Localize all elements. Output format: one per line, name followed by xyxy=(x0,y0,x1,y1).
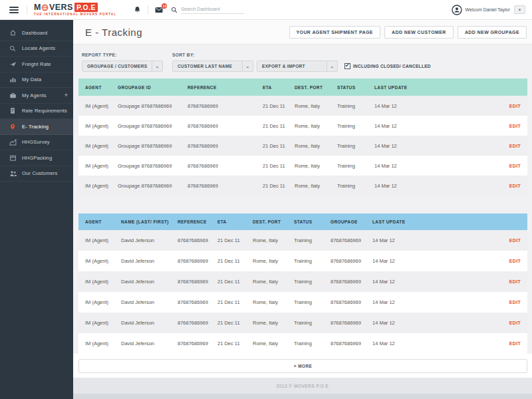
document-icon xyxy=(9,107,17,114)
column-header: LAST UPDATE xyxy=(374,85,494,90)
cell: Rome, Italy xyxy=(253,320,294,326)
edit-link[interactable]: EDIT xyxy=(509,259,521,263)
edit-link[interactable]: EDIT xyxy=(509,164,521,168)
user-menu-button[interactable]: ▼ xyxy=(514,5,525,14)
edit-link[interactable]: EDIT xyxy=(509,341,521,346)
sidebar-item-hhgsurvey[interactable]: HHGSurvey xyxy=(0,135,73,151)
cell: IM (Agent) xyxy=(85,183,118,189)
sidebar-item-dashboard[interactable]: Dashboard xyxy=(0,25,73,41)
sidebar-item-locate-agents[interactable]: Locate Agents xyxy=(0,41,73,57)
sidebar-item-e-tracking[interactable]: E- Tracking xyxy=(0,119,73,135)
page-footer: 2013 © MOVERS P.O.E xyxy=(73,378,532,399)
edit-link[interactable]: EDIT xyxy=(509,279,521,284)
sidebar-item-my-data[interactable]: My Data xyxy=(0,72,73,88)
edit-link[interactable]: EDIT xyxy=(509,184,521,188)
expand-plus-icon[interactable]: + xyxy=(65,92,68,98)
customer-table: AGENTNAME (LAST/ FIRST)REFERENCEETADEST.… xyxy=(78,213,527,354)
home-icon xyxy=(9,29,17,37)
sidebar-item-hhgpacking[interactable]: HHGPacking xyxy=(0,150,73,166)
cell: David Jeferson xyxy=(121,237,178,243)
report-type-dropdown[interactable]: GROUPAGE / CUSTOMERS ⌄ xyxy=(82,61,163,72)
cell: Groupage 87687686969 xyxy=(118,123,188,129)
cell: 87687686969 xyxy=(188,123,263,129)
avatar[interactable] xyxy=(452,5,462,15)
cell: 21 Dec 11 xyxy=(217,340,253,346)
more-button[interactable]: + MORE xyxy=(78,359,527,373)
sidebar-item-our-customers[interactable]: Our Customers xyxy=(0,166,73,182)
edit-link[interactable]: EDIT xyxy=(509,144,521,148)
cell: 14 Mar 12 xyxy=(374,143,494,149)
logo-tagline: THE INTERNATIONAL MOVERS PORTAL xyxy=(34,13,116,17)
export-import-dropdown[interactable]: EXPORT & IMPORT ⌄ xyxy=(257,61,338,72)
including-closed-checkbox[interactable] xyxy=(344,63,350,69)
cell: 14 Mar 12 xyxy=(374,163,494,169)
table-row: IM (Agent)Groupage 876876869698768768696… xyxy=(78,136,527,156)
search-input[interactable] xyxy=(181,5,244,14)
cell: 87687686969 xyxy=(188,103,263,109)
edit-link[interactable]: EDIT xyxy=(509,104,521,108)
column-header: AGENT xyxy=(85,85,118,90)
cell: David Jeferson xyxy=(121,340,178,346)
edit-link[interactable]: EDIT xyxy=(509,321,521,325)
sidebar-item-label: HHGPacking xyxy=(22,155,52,161)
sidebar-item-label: Dashboard xyxy=(22,30,48,36)
cell: 21 Dec 11 xyxy=(263,163,295,169)
pin-icon xyxy=(9,123,17,130)
table-row: IM (Agent)Groupage 876876869698768768696… xyxy=(78,96,527,116)
sidebar-item-rate-requirements[interactable]: Rate Requirements xyxy=(0,104,73,120)
edit-link[interactable]: EDIT xyxy=(509,238,521,243)
cell: IM (Agent) xyxy=(85,340,121,346)
freight-icon xyxy=(9,61,17,68)
cell: Rome, Italy xyxy=(253,340,294,346)
edit-link[interactable]: EDIT xyxy=(509,124,521,128)
cell: 14 Mar 12 xyxy=(374,123,494,129)
cell: Groupage 87687686969 xyxy=(118,163,188,169)
cell: Rome, Italy xyxy=(295,123,337,129)
including-closed-label: INCLUDING CLOSED/ CANCELLED xyxy=(353,64,431,68)
app-window: M VERS P.O.E THE INTERNATIONAL MOVERS PO… xyxy=(0,0,532,399)
cell: IM (Agent) xyxy=(85,143,118,149)
cell: 14 Mar 12 xyxy=(372,340,494,346)
cell: Training xyxy=(294,258,331,264)
cell: 21 Dec 11 xyxy=(263,123,295,129)
column-header: REFERENCE xyxy=(178,219,217,224)
main-content: E - Tracking YOUR AGENT SHIPMENT PAGE AD… xyxy=(73,20,532,399)
logo[interactable]: M VERS P.O.E THE INTERNATIONAL MOVERS PO… xyxy=(34,3,116,17)
bell-icon[interactable] xyxy=(134,6,141,13)
page-title: E - Tracking xyxy=(85,27,142,38)
sort-by-dropdown[interactable]: CUSTOMER LAST NAME ⌄ xyxy=(172,61,253,72)
cell: Rome, Italy xyxy=(253,258,294,264)
hamburger-menu-icon[interactable] xyxy=(8,5,20,15)
cell: 87687686969 xyxy=(178,279,217,285)
line-chart-icon xyxy=(9,138,17,146)
copyright-text: 2013 © MOVERS P.O.E xyxy=(277,384,329,388)
cell: 14 Mar 12 xyxy=(372,299,494,305)
column-header: ETA xyxy=(263,85,295,90)
cell: Rome, Italy xyxy=(295,103,337,109)
logo-poe-box: P.O.E xyxy=(74,3,98,12)
table-row: IM (Agent)Groupage 876876869698768768696… xyxy=(78,176,527,196)
column-header: REFERENCE xyxy=(188,85,263,90)
cell: 14 Mar 12 xyxy=(372,237,494,243)
sidebar-item-freight-rate[interactable]: Freight Rate xyxy=(0,57,73,72)
cell: 87687686969 xyxy=(188,183,263,189)
cell: 87687686969 xyxy=(178,340,217,346)
messages-icon[interactable]: 13 xyxy=(155,7,163,13)
cell: Training xyxy=(294,299,331,305)
add-new-customer-button[interactable]: ADD NEW CUSTOMER xyxy=(384,26,454,39)
cell: Rome, Italy xyxy=(253,279,294,285)
search-icon xyxy=(171,7,178,13)
edit-link[interactable]: EDIT xyxy=(509,300,521,305)
cell: 21 Dec 11 xyxy=(217,237,253,243)
cell: IM (Agent) xyxy=(85,279,121,285)
cell: 87687686969 xyxy=(331,320,372,326)
cell: 21 Dec 11 xyxy=(263,103,295,109)
globe-icon xyxy=(41,4,49,11)
table-row: IM (Agent)David Jeferson8768768696921 De… xyxy=(78,271,527,292)
add-new-groupage-button[interactable]: ADD NEW GROUPAGE xyxy=(458,26,527,39)
chevron-down-icon: ⌄ xyxy=(327,61,337,71)
your-agent-shipment-page-button[interactable]: YOUR AGENT SHIPMENT PAGE xyxy=(289,26,380,39)
cell: 21 Dec 11 xyxy=(263,183,295,189)
cell: Groupage 87687686969 xyxy=(118,183,188,189)
sidebar-item-my-agents[interactable]: My Agents+ xyxy=(0,88,73,104)
